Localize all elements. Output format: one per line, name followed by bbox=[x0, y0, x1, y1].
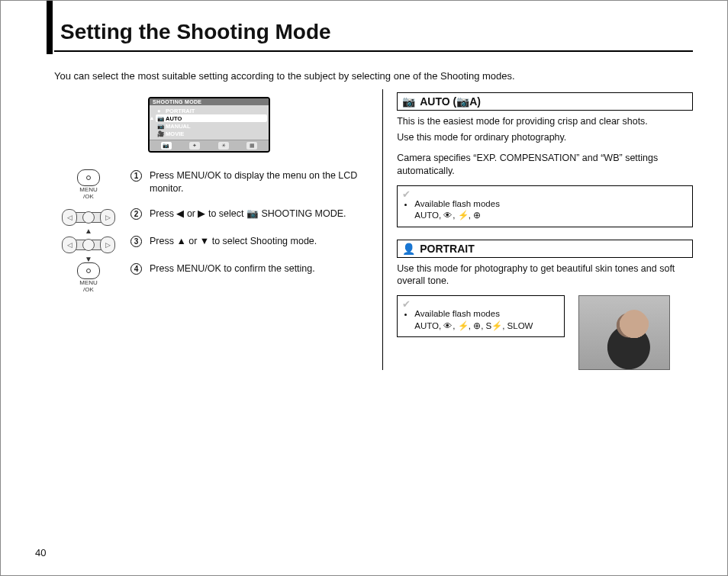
portrait-note-box: ✔ Available flash modes AUTO, 👁, ⚡, ⊕, S… bbox=[397, 295, 565, 337]
portrait-mode-icon: ● bbox=[157, 108, 163, 114]
dpad-left-right-icon: ◁ ▷ bbox=[54, 208, 123, 227]
lcd-tab-row: 📷 ✦ ☀ ▦ bbox=[150, 140, 269, 151]
menu-ok-button-icon: MENU /OK bbox=[54, 169, 123, 200]
lcd-item-label: MOVIE bbox=[166, 130, 184, 137]
lcd-tab-menu-icon: ▦ bbox=[246, 142, 257, 150]
portrait-note-modes: AUTO, 👁, ⚡, ⊕, S⚡, SLOW bbox=[414, 321, 533, 330]
lcd-tab-camera-icon: 📷 bbox=[161, 142, 172, 150]
auto-desc-1: This is the easiest mode for providing c… bbox=[397, 115, 693, 128]
lcd-screenshot: SHOOTING MODE ▴ ● PORTRAIT 📷 AUTO 📷 MANU… bbox=[148, 97, 270, 153]
portrait-row: ✔ Available flash modes AUTO, 👁, ⚡, ⊕, S… bbox=[397, 295, 693, 370]
page-number: 40 bbox=[35, 547, 46, 558]
dpad-left-icon: ◁ bbox=[62, 209, 77, 226]
auto-heading-label: AUTO (📷A) bbox=[420, 95, 481, 108]
lcd-item-movie: 🎥 MOVIE bbox=[157, 130, 266, 137]
camera-icon: 📷 bbox=[402, 95, 415, 108]
auto-note-title: Available flash modes bbox=[414, 199, 500, 208]
dpad-up-icon: ▲ bbox=[85, 226, 92, 237]
ok-label: /OK bbox=[83, 194, 94, 200]
step-number: 3 bbox=[130, 236, 142, 247]
lcd-item-label: AUTO bbox=[166, 115, 182, 122]
auto-mode-heading: 📷 AUTO (📷A) bbox=[397, 92, 693, 111]
step-1: MENU /OK 1 Press MENU/OK to display the … bbox=[54, 169, 364, 200]
step-4: MENU /OK 4 Press MENU/OK to confirm the … bbox=[54, 262, 364, 293]
title-block: Setting the Shooting Mode bbox=[54, 20, 693, 60]
lcd-tab-brightness-icon: ☀ bbox=[218, 142, 229, 150]
camera-icon: 📷 bbox=[157, 123, 163, 130]
step-text: Press ▲ or ▼ to select Shooting mode. bbox=[150, 235, 364, 248]
intro-text: You can select the most suitable setting… bbox=[54, 70, 693, 82]
step-number: 2 bbox=[130, 208, 142, 220]
step-3: ▲ ◁ ▷ ▼ 3 Press ▲ or ▼ to select Shootin… bbox=[54, 235, 364, 255]
lcd-item-auto: 📷 AUTO bbox=[156, 114, 267, 122]
auto-desc-2: Use this mode for ordinary photography. bbox=[397, 131, 693, 144]
step-2: ◁ ▷ 2 Press ◀ or ▶ to select 📷 SHOOTING … bbox=[54, 208, 364, 227]
menu-ok-button-icon: MENU /OK bbox=[54, 262, 123, 293]
step-text: Press MENU/OK to confirm the setting. bbox=[150, 262, 364, 275]
menu-label: MENU bbox=[79, 187, 98, 193]
lcd-up-arrow-icon: ▴ bbox=[150, 114, 153, 121]
auto-note-box: ✔ Available flash modes AUTO, 👁, ⚡, ⊕ bbox=[397, 185, 693, 227]
step-number: 4 bbox=[130, 263, 142, 275]
lcd-item-label: PORTRAIT bbox=[166, 108, 195, 114]
portrait-mode-heading: 👤 PORTRAIT bbox=[397, 240, 693, 258]
portrait-sample-photo bbox=[578, 295, 670, 370]
content-columns: SHOOTING MODE ▴ ● PORTRAIT 📷 AUTO 📷 MANU… bbox=[54, 89, 693, 370]
portrait-desc: Use this mode for photography to get bea… bbox=[397, 262, 693, 288]
step-number: 1 bbox=[130, 170, 142, 182]
title-underline bbox=[54, 50, 693, 52]
left-column: SHOOTING MODE ▴ ● PORTRAIT 📷 AUTO 📷 MANU… bbox=[54, 89, 364, 370]
lcd-tab-setup-icon: ✦ bbox=[189, 142, 200, 150]
page-title: Setting the Shooting Mode bbox=[54, 20, 693, 44]
step-text: Press ◀ or ▶ to select 📷 SHOOTING MODE. bbox=[150, 208, 364, 220]
steps-list: MENU /OK 1 Press MENU/OK to display the … bbox=[54, 169, 364, 293]
lcd-item-portrait: ● PORTRAIT bbox=[157, 107, 266, 114]
dpad-right-icon: ▷ bbox=[100, 209, 115, 226]
movie-icon: 🎥 bbox=[157, 130, 163, 137]
check-icon: ✔ bbox=[402, 188, 411, 201]
portrait-note-title: Available flash modes bbox=[414, 309, 500, 318]
portrait-heading-label: PORTRAIT bbox=[420, 243, 475, 255]
auto-desc-3: Camera specifies “EXP. COMPENSATION” and… bbox=[397, 152, 693, 178]
lcd-item-manual: 📷 MANUAL bbox=[157, 122, 266, 130]
auto-note-item: Available flash modes AUTO, 👁, ⚡, ⊕ bbox=[414, 198, 686, 222]
portrait-note-item: Available flash modes AUTO, 👁, ⚡, ⊕, S⚡,… bbox=[414, 308, 558, 332]
lcd-header: SHOOTING MODE bbox=[150, 98, 269, 105]
portrait-icon: 👤 bbox=[402, 243, 415, 255]
right-column: 📷 AUTO (📷A) This is the easiest mode for… bbox=[382, 89, 693, 370]
lcd-menu-list: ▴ ● PORTRAIT 📷 AUTO 📷 MANUAL 🎥 bbox=[150, 105, 269, 140]
auto-note-modes: AUTO, 👁, ⚡, ⊕ bbox=[414, 211, 481, 220]
title-accent-bar bbox=[47, 1, 53, 54]
camera-icon: 📷 bbox=[157, 115, 163, 122]
lcd-item-label: MANUAL bbox=[166, 123, 191, 130]
dpad-up-down-icon: ▲ ◁ ▷ ▼ bbox=[54, 235, 123, 255]
check-icon: ✔ bbox=[402, 298, 411, 311]
manual-page: Setting the Shooting Mode You can select… bbox=[0, 0, 728, 576]
step-text: Press MENU/OK to display the menu on the… bbox=[150, 169, 364, 195]
